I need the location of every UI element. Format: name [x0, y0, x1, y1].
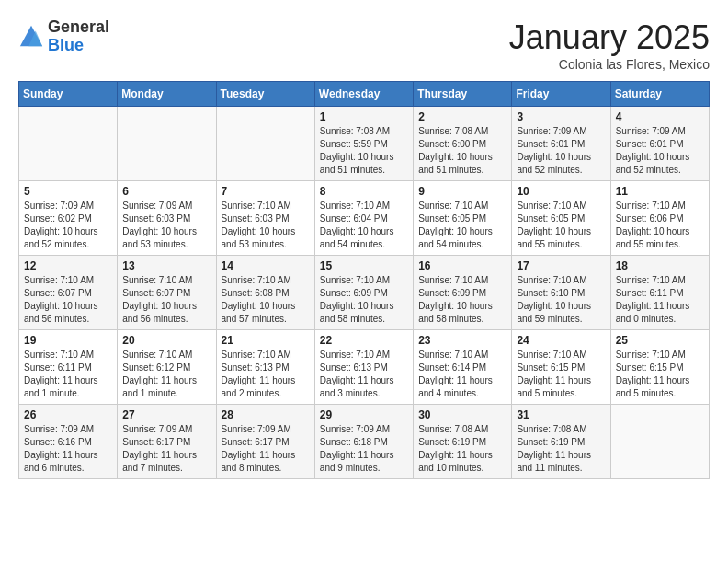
day-info: Sunrise: 7:09 AMSunset: 6:17 PMDaylight:…: [222, 424, 296, 473]
day-number: 1: [320, 110, 408, 123]
table-row: 3 Sunrise: 7:09 AMSunset: 6:01 PMDayligh…: [512, 107, 610, 181]
day-info: Sunrise: 7:10 AMSunset: 6:03 PMDaylight:…: [222, 201, 296, 249]
table-row: [216, 107, 314, 181]
calendar-week-row: 19 Sunrise: 7:10 AMSunset: 6:11 PMDaylig…: [19, 330, 710, 405]
table-row: 4 Sunrise: 7:09 AMSunset: 6:01 PMDayligh…: [610, 107, 709, 181]
day-info: Sunrise: 7:08 AMSunset: 6:19 PMDaylight:…: [418, 424, 493, 473]
table-row: 13 Sunrise: 7:10 AMSunset: 6:07 PMDaylig…: [118, 256, 216, 330]
day-info: Sunrise: 7:10 AMSunset: 6:12 PMDaylight:…: [122, 350, 197, 398]
table-row: 18 Sunrise: 7:10 AMSunset: 6:11 PMDaylig…: [610, 256, 709, 330]
day-info: Sunrise: 7:10 AMSunset: 6:09 PMDaylight:…: [418, 275, 493, 324]
calendar-week-row: 12 Sunrise: 7:10 AMSunset: 6:07 PMDaylig…: [19, 256, 710, 330]
day-number: 8: [320, 185, 408, 198]
table-row: 21 Sunrise: 7:10 AMSunset: 6:13 PMDaylig…: [216, 330, 314, 405]
calendar-week-row: 1 Sunrise: 7:08 AMSunset: 5:59 PMDayligh…: [19, 107, 710, 181]
header-saturday: Saturday: [610, 82, 709, 107]
table-row: 24 Sunrise: 7:10 AMSunset: 6:15 PMDaylig…: [512, 330, 610, 405]
table-row: 25 Sunrise: 7:10 AMSunset: 6:15 PMDaylig…: [610, 330, 709, 405]
day-info: Sunrise: 7:08 AMSunset: 6:19 PMDaylight:…: [517, 424, 591, 473]
logo: General Blue: [18, 18, 109, 55]
calendar-table: Sunday Monday Tuesday Wednesday Thursday…: [18, 81, 710, 479]
header-friday: Friday: [512, 82, 610, 107]
day-info: Sunrise: 7:09 AMSunset: 6:03 PMDaylight:…: [122, 201, 197, 249]
location-subtitle: Colonia las Flores, Mexico: [509, 57, 710, 72]
day-info: Sunrise: 7:10 AMSunset: 6:15 PMDaylight:…: [616, 350, 690, 398]
day-info: Sunrise: 7:10 AMSunset: 6:13 PMDaylight:…: [222, 350, 296, 398]
day-number: 4: [616, 110, 704, 123]
day-info: Sunrise: 7:09 AMSunset: 6:18 PMDaylight:…: [320, 424, 394, 473]
table-row: 23 Sunrise: 7:10 AMSunset: 6:14 PMDaylig…: [414, 330, 512, 405]
day-number: 17: [517, 259, 605, 272]
header-tuesday: Tuesday: [216, 82, 314, 107]
table-row: 14 Sunrise: 7:10 AMSunset: 6:08 PMDaylig…: [216, 256, 314, 330]
day-number: 12: [24, 259, 112, 272]
day-number: 16: [418, 259, 506, 272]
table-row: 15 Sunrise: 7:10 AMSunset: 6:09 PMDaylig…: [314, 256, 413, 330]
title-block: January 2025 Colonia las Flores, Mexico: [509, 18, 710, 72]
day-info: Sunrise: 7:10 AMSunset: 6:04 PMDaylight:…: [320, 201, 394, 249]
day-info: Sunrise: 7:10 AMSunset: 6:09 PMDaylight:…: [320, 275, 394, 324]
day-number: 5: [24, 185, 112, 198]
day-number: 21: [222, 334, 310, 347]
day-number: 26: [24, 408, 112, 421]
day-number: 30: [418, 408, 506, 421]
day-number: 31: [517, 408, 605, 421]
table-row: 20 Sunrise: 7:10 AMSunset: 6:12 PMDaylig…: [118, 330, 216, 405]
table-row: 11 Sunrise: 7:10 AMSunset: 6:06 PMDaylig…: [610, 181, 709, 256]
logo-blue-text: Blue: [48, 36, 84, 54]
day-info: Sunrise: 7:10 AMSunset: 6:10 PMDaylight:…: [517, 275, 591, 324]
day-info: Sunrise: 7:09 AMSunset: 6:16 PMDaylight:…: [24, 424, 98, 473]
day-number: 24: [517, 334, 605, 347]
table-row: 19 Sunrise: 7:10 AMSunset: 6:11 PMDaylig…: [19, 330, 118, 405]
day-info: Sunrise: 7:08 AMSunset: 6:00 PMDaylight:…: [418, 126, 493, 175]
calendar-header-row: Sunday Monday Tuesday Wednesday Thursday…: [19, 82, 710, 107]
day-number: 9: [418, 185, 506, 198]
logo-icon: [18, 24, 44, 50]
day-number: 28: [222, 408, 310, 421]
table-row: 2 Sunrise: 7:08 AMSunset: 6:00 PMDayligh…: [414, 107, 512, 181]
day-info: Sunrise: 7:10 AMSunset: 6:14 PMDaylight:…: [418, 350, 493, 398]
day-number: 29: [320, 408, 408, 421]
page-header: General Blue January 2025 Colonia las Fl…: [18, 18, 710, 72]
day-number: 19: [24, 334, 112, 347]
table-row: [19, 107, 118, 181]
day-number: 7: [222, 185, 310, 198]
table-row: 1 Sunrise: 7:08 AMSunset: 5:59 PMDayligh…: [314, 107, 413, 181]
day-info: Sunrise: 7:10 AMSunset: 6:11 PMDaylight:…: [616, 275, 690, 324]
day-number: 2: [418, 110, 506, 123]
day-info: Sunrise: 7:10 AMSunset: 6:08 PMDaylight:…: [222, 275, 296, 324]
table-row: 5 Sunrise: 7:09 AMSunset: 6:02 PMDayligh…: [19, 181, 118, 256]
day-number: 23: [418, 334, 506, 347]
month-title: January 2025: [509, 18, 710, 57]
header-sunday: Sunday: [19, 82, 118, 107]
day-info: Sunrise: 7:10 AMSunset: 6:13 PMDaylight:…: [320, 350, 394, 398]
table-row: 17 Sunrise: 7:10 AMSunset: 6:10 PMDaylig…: [512, 256, 610, 330]
day-info: Sunrise: 7:10 AMSunset: 6:11 PMDaylight:…: [24, 350, 98, 398]
day-info: Sunrise: 7:10 AMSunset: 6:06 PMDaylight:…: [616, 201, 690, 249]
table-row: 26 Sunrise: 7:09 AMSunset: 6:16 PMDaylig…: [19, 405, 118, 479]
table-row: 28 Sunrise: 7:09 AMSunset: 6:17 PMDaylig…: [216, 405, 314, 479]
day-number: 22: [320, 334, 408, 347]
day-info: Sunrise: 7:09 AMSunset: 6:02 PMDaylight:…: [24, 201, 98, 249]
day-info: Sunrise: 7:10 AMSunset: 6:05 PMDaylight:…: [418, 201, 493, 249]
table-row: 31 Sunrise: 7:08 AMSunset: 6:19 PMDaylig…: [512, 405, 610, 479]
calendar-week-row: 26 Sunrise: 7:09 AMSunset: 6:16 PMDaylig…: [19, 405, 710, 479]
day-number: 10: [517, 185, 605, 198]
day-info: Sunrise: 7:09 AMSunset: 6:17 PMDaylight:…: [122, 424, 197, 473]
day-number: 14: [222, 259, 310, 272]
day-number: 25: [616, 334, 704, 347]
table-row: 27 Sunrise: 7:09 AMSunset: 6:17 PMDaylig…: [118, 405, 216, 479]
header-wednesday: Wednesday: [314, 82, 413, 107]
day-number: 13: [122, 259, 210, 272]
table-row: 9 Sunrise: 7:10 AMSunset: 6:05 PMDayligh…: [414, 181, 512, 256]
day-number: 11: [616, 185, 704, 198]
table-row: 12 Sunrise: 7:10 AMSunset: 6:07 PMDaylig…: [19, 256, 118, 330]
day-number: 6: [122, 185, 210, 198]
table-row: 30 Sunrise: 7:08 AMSunset: 6:19 PMDaylig…: [414, 405, 512, 479]
day-info: Sunrise: 7:10 AMSunset: 6:07 PMDaylight:…: [24, 275, 98, 324]
day-number: 20: [122, 334, 210, 347]
day-info: Sunrise: 7:09 AMSunset: 6:01 PMDaylight:…: [517, 126, 591, 175]
header-monday: Monday: [118, 82, 216, 107]
day-info: Sunrise: 7:09 AMSunset: 6:01 PMDaylight:…: [616, 126, 690, 175]
day-info: Sunrise: 7:10 AMSunset: 6:05 PMDaylight:…: [517, 201, 591, 249]
